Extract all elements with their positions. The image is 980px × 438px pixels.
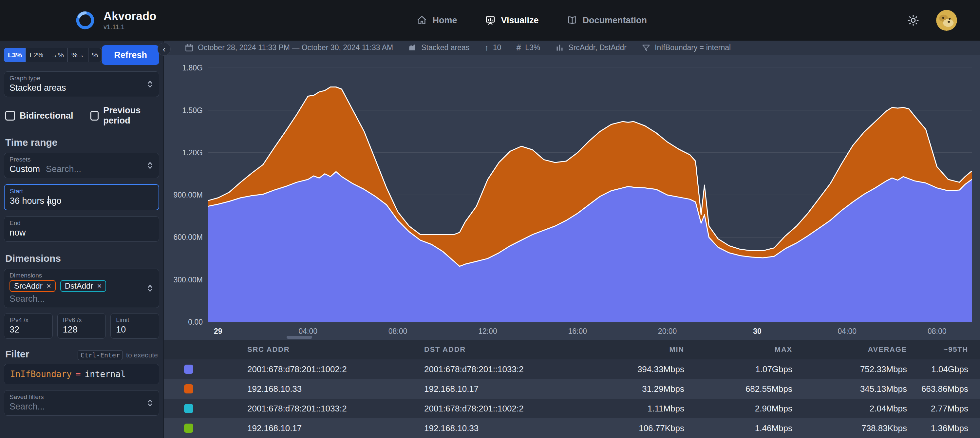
dimension-tag-dstaddr[interactable]: DstAddr × — [60, 280, 107, 292]
user-avatar[interactable] — [936, 10, 957, 31]
theme-toggle-sun-icon[interactable] — [907, 14, 919, 26]
svg-text:04:00: 04:00 — [298, 327, 317, 335]
series-color-swatch — [184, 404, 193, 413]
remove-tag-icon[interactable]: × — [46, 282, 51, 290]
svg-text:1.80G: 1.80G — [182, 64, 203, 72]
traffic-chart[interactable]: 0.00300.00M600.00M900.00M1.20G1.50G1.80G… — [164, 55, 980, 335]
hscroll-thumb[interactable] — [286, 336, 312, 339]
col-95th: ~95th — [919, 345, 980, 354]
svg-text:30: 30 — [753, 327, 762, 335]
nav-item-label: Home — [432, 15, 457, 25]
previous-period-checkbox[interactable]: Previous period — [91, 105, 158, 126]
svg-text:08:00: 08:00 — [388, 327, 407, 335]
cell-avg: 752.33Mbps — [804, 364, 919, 374]
svg-text:600.00M: 600.00M — [173, 233, 203, 242]
cell-src: 2001:678:d78:201::1033:2 — [247, 404, 424, 414]
filter-value: internal — [85, 369, 126, 379]
flow-table: Src Addr Dst Addr Min Max Average ~95th … — [164, 340, 980, 438]
filter-editor[interactable]: InIfBoundary=internal — [4, 364, 159, 384]
svg-text:20:00: 20:00 — [658, 327, 677, 335]
table-row: 192.168.10.33192.168.10.1731.29Mbps682.5… — [164, 379, 980, 399]
filter-operator: = — [76, 369, 81, 379]
bidirectional-checkbox[interactable]: Bidirectional — [5, 105, 73, 126]
units-toggle: L3%L2%→%%→% — [4, 48, 102, 62]
table-row: 2001:678:d78:201::1002:22001:678:d78:201… — [164, 359, 980, 379]
cell-max: 2.90Mbps — [696, 404, 804, 414]
col-average: Average — [804, 345, 919, 354]
meta-graph-type: Stacked areas — [408, 43, 469, 52]
dimension-tag-srcaddr[interactable]: SrcAddr × — [10, 280, 56, 292]
series-color-swatch — [184, 365, 193, 374]
unit-option-3[interactable]: %→ — [67, 48, 88, 62]
flow-table-body: 2001:678:d78:201::1002:22001:678:d78:201… — [164, 359, 980, 438]
collapse-sidebar-button[interactable]: ‹ — [158, 43, 171, 56]
brand: Akvorado v1.11.1 — [75, 10, 156, 31]
col-max: Max — [696, 345, 804, 354]
end-label: End — [10, 220, 154, 227]
limit-input[interactable]: Limit 10 — [110, 313, 159, 339]
presets-select[interactable]: Presets CustomSearch... — [4, 153, 159, 178]
ipv6-value: 128 — [63, 325, 100, 335]
svg-text:04:00: 04:00 — [838, 327, 857, 335]
filter-heading: Filter — [5, 349, 29, 360]
svg-text:29: 29 — [214, 327, 223, 335]
presets-label: Presets — [10, 156, 154, 163]
dimensions-select[interactable]: Dimensions SrcAddr × DstAddr × Search... — [4, 269, 159, 308]
refresh-button[interactable]: Refresh — [102, 45, 159, 65]
nav-item-documentation[interactable]: Documentation — [567, 15, 647, 25]
cell-max: 682.55Mbps — [696, 384, 804, 394]
start-value: 36 hours ago — [10, 196, 153, 206]
cell-p95: 663.86Mbps — [919, 384, 980, 394]
options-sidebar: L3%L2%→%%→% Refresh Graph type Stacked a… — [0, 41, 164, 438]
nav-item-home[interactable]: Home — [417, 15, 457, 25]
svg-text:08:00: 08:00 — [928, 327, 947, 335]
unit-option-2[interactable]: →% — [47, 48, 68, 62]
col-min: Min — [600, 345, 696, 354]
series-color-swatch — [184, 384, 193, 393]
checkbox-box — [5, 111, 15, 121]
ipv4-prefix-input[interactable]: IPv4 /x 32 — [4, 313, 53, 339]
ipv6-label: IPv6 /x — [63, 317, 100, 324]
start-label: Start — [10, 188, 153, 195]
graph-type-value: Stacked areas — [10, 83, 154, 93]
filter-hint-text: to execute — [126, 351, 158, 359]
nav-item-label: Documentation — [583, 15, 647, 25]
cell-dst: 2001:678:d78:201::1002:2 — [424, 404, 600, 414]
stacked-areas-icon — [408, 43, 417, 52]
graph-type-select[interactable]: Graph type Stacked areas — [4, 72, 159, 97]
remove-tag-icon[interactable]: × — [97, 282, 102, 290]
start-input[interactable]: Start 36 hours ago — [4, 184, 159, 210]
graph-type-label: Graph type — [10, 75, 154, 82]
table-row: 2001:678:d78:201::1033:22001:678:d78:201… — [164, 399, 980, 418]
svg-text:1.50G: 1.50G — [182, 106, 203, 115]
table-row: 192.168.10.17192.168.10.33106.77Kbps1.46… — [164, 418, 980, 438]
saved-filters-select[interactable]: Saved filters Search... — [4, 390, 159, 416]
col-src-addr: Src Addr — [247, 345, 424, 354]
akvorado-logo-icon — [75, 10, 95, 31]
nav-item-visualize[interactable]: Visualize — [485, 15, 538, 25]
saved-filters-label: Saved filters — [10, 393, 154, 401]
end-input[interactable]: End now — [4, 216, 159, 242]
tag-label: SrcAddr — [14, 281, 43, 291]
saved-filters-placeholder: Search... — [10, 401, 154, 412]
cell-avg: 345.13Mbps — [804, 384, 919, 394]
time-range-heading: Time range — [5, 137, 158, 148]
meta-limit: ↑ 10 — [484, 43, 501, 52]
bar-chart-icon — [555, 43, 564, 52]
cell-dst: 192.168.10.33 — [424, 423, 600, 433]
meta-units: # L3% — [516, 43, 540, 52]
ctrl-enter-kbd: Ctrl-Enter — [78, 350, 123, 360]
text-cursor — [48, 196, 49, 206]
cell-min: 1.11Mbps — [600, 404, 696, 414]
cell-dst: 2001:678:d78:201::1033:2 — [424, 364, 600, 374]
svg-text:0.00: 0.00 — [188, 318, 203, 326]
chevron-updown-icon — [145, 161, 155, 170]
visualize-icon — [485, 15, 496, 25]
unit-option-1[interactable]: L2% — [25, 48, 47, 62]
col-dst-addr: Dst Addr — [424, 345, 600, 354]
unit-option-4[interactable]: % — [88, 48, 102, 62]
chevron-updown-icon — [145, 79, 155, 89]
ipv4-value: 32 — [10, 325, 47, 335]
ipv6-prefix-input[interactable]: IPv6 /x 128 — [57, 313, 106, 339]
unit-option-0[interactable]: L3% — [4, 48, 26, 62]
